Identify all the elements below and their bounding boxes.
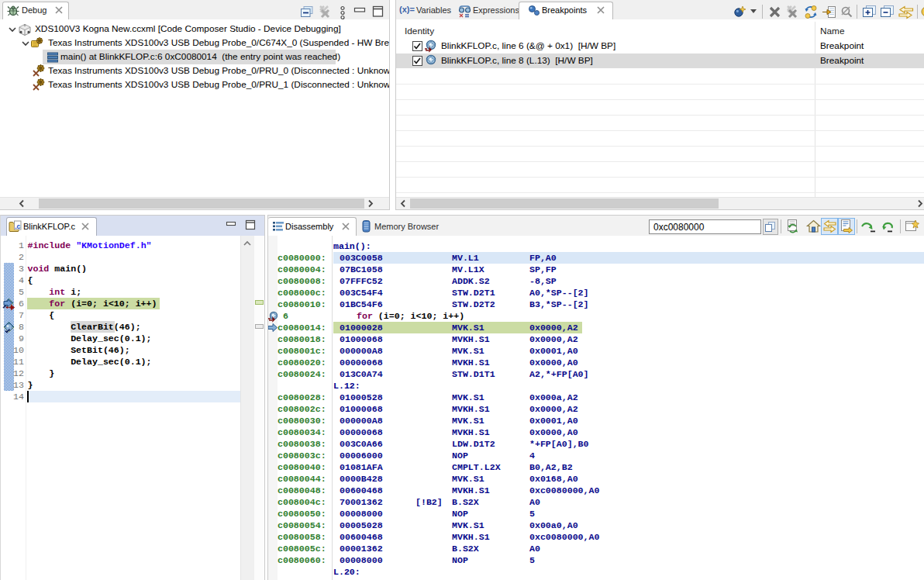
svg-text:.c: .c (15, 223, 20, 230)
